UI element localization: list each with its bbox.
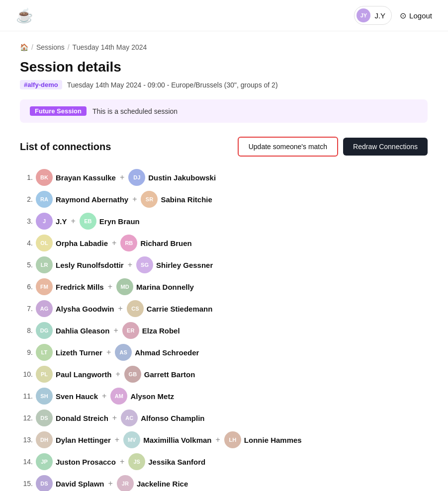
connection-item: 5.LRLesly Runolfsdottir+SGShirley Gessne… — [20, 254, 428, 276]
person-avatar: DS — [36, 409, 53, 426]
logout-button[interactable]: ⊙ Logout — [400, 11, 432, 20]
breadcrumb: 🏠 / Sessions / Tuesday 14th May 2024 — [20, 43, 428, 51]
connection-num: 3. — [20, 217, 33, 225]
page-title: Session details — [20, 59, 428, 75]
person-name: Sabina Ritchie — [161, 195, 212, 204]
person-name: Elza Robel — [142, 327, 180, 335]
plus-icon: + — [102, 392, 106, 401]
connection-item: 6.FMFredrick Mills+MDMarina Donnelly — [20, 276, 428, 298]
person-avatar: AG — [36, 300, 53, 317]
logo: ☕ — [16, 7, 33, 24]
connection-num: 10. — [20, 370, 33, 378]
user-badge[interactable]: JY J.Y — [354, 6, 392, 25]
connections-title: List of connections — [20, 141, 111, 153]
person-avatar: LT — [36, 344, 53, 361]
sessions-link[interactable]: Sessions — [36, 43, 65, 51]
person-name: Donald Streich — [56, 414, 108, 422]
session-tag: #alfy-demo — [20, 80, 62, 89]
plus-icon: + — [120, 173, 124, 182]
person-avatar: FM — [36, 278, 53, 295]
connection-num: 13. — [20, 436, 33, 444]
person-avatar: RA — [36, 191, 53, 208]
connection-item: 7.AGAlysha Goodwin+CSCarrie Stiedemann — [20, 298, 428, 320]
person-name: Marina Donnelly — [136, 283, 194, 291]
person-avatar: SR — [141, 191, 158, 208]
connection-num: 6. — [20, 283, 33, 291]
person-avatar: JS — [128, 453, 145, 470]
person-avatar: RB — [120, 235, 137, 251]
user-avatar: JY — [357, 8, 370, 22]
plus-icon: + — [120, 457, 124, 466]
person-name: Orpha Labadie — [56, 239, 108, 247]
plus-icon: + — [113, 326, 118, 335]
person-name: Eryn Braun — [99, 217, 140, 226]
plus-icon: + — [215, 435, 220, 444]
person-avatar: BK — [36, 169, 53, 186]
person-name: Alyson Metz — [130, 392, 174, 401]
breadcrumb-current: Tuesday 14th May 2024 — [73, 43, 147, 51]
session-meta: #alfy-demo Tuesday 14th May 2024 - 09:00… — [20, 80, 428, 89]
user-label: J.Y — [374, 11, 385, 20]
person-name: Paul Langworth — [56, 370, 112, 379]
connection-num: 9. — [20, 348, 33, 356]
person-name: Lonnie Hammes — [244, 436, 302, 444]
person-avatar: AS — [115, 344, 132, 361]
person-name: Lesly Runolfsdottir — [56, 261, 124, 269]
person-avatar: DH — [36, 431, 53, 448]
home-icon[interactable]: 🏠 — [20, 43, 28, 51]
person-name: Garrett Barton — [144, 370, 195, 379]
person-name: Ahmad Schroeder — [135, 348, 199, 357]
plus-icon: + — [108, 479, 113, 488]
connection-num: 1. — [20, 173, 33, 181]
plus-icon: + — [71, 217, 76, 226]
connection-num: 14. — [20, 458, 33, 466]
person-avatar: JP — [36, 453, 53, 470]
connection-item: 13.DHDylan Hettinger+MVMaximillia Volkma… — [20, 429, 428, 451]
redraw-connections-button[interactable]: Redraw Connections — [343, 138, 428, 156]
connection-item: 1.BKBrayan Kassulke+DJDustin Jakubowski — [20, 166, 428, 188]
connection-num: 15. — [20, 480, 33, 488]
plus-icon: + — [108, 282, 112, 291]
person-avatar: DJ — [128, 169, 145, 186]
connection-item: 12.DSDonald Streich+ACAlfonso Champlin — [20, 407, 428, 429]
person-name: Jessika Sanford — [148, 458, 205, 466]
connection-item: 9.LTLizeth Turner+ASAhmad Schroeder — [20, 341, 428, 363]
connection-num: 7. — [20, 305, 33, 313]
person-name: David Splawn — [56, 480, 104, 488]
person-name: Lizeth Turner — [56, 348, 102, 357]
connections-header: List of connections Update someone's mat… — [20, 137, 428, 157]
person-name: Dahlia Gleason — [56, 327, 109, 335]
person-name: Brayan Kassulke — [56, 173, 116, 182]
person-avatar: LR — [36, 256, 53, 273]
person-name: Fredrick Mills — [56, 283, 104, 291]
plus-icon: + — [106, 348, 111, 357]
person-name: Sven Hauck — [56, 392, 98, 401]
connection-list: 1.BKBrayan Kassulke+DJDustin Jakubowski2… — [20, 166, 428, 491]
person-name: Richard Bruen — [140, 239, 191, 247]
plus-icon: + — [132, 195, 137, 204]
connection-num: 2. — [20, 195, 33, 203]
person-avatar: J — [36, 213, 53, 230]
update-match-button[interactable]: Update someone's match — [238, 137, 338, 157]
connections-actions: Update someone's match Redraw Connection… — [238, 137, 428, 157]
connection-num: 4. — [20, 239, 33, 247]
notice-box: Future Session This is a scheduled sessi… — [20, 99, 428, 123]
person-name: Jackeline Rice — [137, 480, 188, 488]
person-avatar: ER — [122, 322, 139, 339]
person-name: Shirley Gessner — [156, 261, 213, 269]
person-avatar: AC — [121, 409, 138, 426]
connection-item: 14.JPJuston Prosacco+JSJessika Sanford — [20, 451, 428, 473]
connection-num: 12. — [20, 414, 33, 422]
person-name: Raymond Abernathy — [56, 195, 128, 204]
connection-item: 15.DSDavid Splawn+JRJackeline Rice — [20, 473, 428, 491]
person-avatar: PL — [36, 366, 53, 383]
connection-item: 2.RARaymond Abernathy+SRSabina Ritchie — [20, 188, 428, 210]
plus-icon: + — [112, 239, 116, 247]
person-name: Maximillia Volkman — [143, 436, 211, 444]
connection-item: 4.OLOrpha Labadie+RBRichard Bruen — [20, 232, 428, 254]
connection-num: 8. — [20, 327, 33, 334]
plus-icon: + — [116, 370, 120, 379]
person-avatar: SH — [36, 388, 53, 405]
plus-icon: + — [112, 413, 117, 422]
person-avatar: OL — [36, 235, 53, 251]
